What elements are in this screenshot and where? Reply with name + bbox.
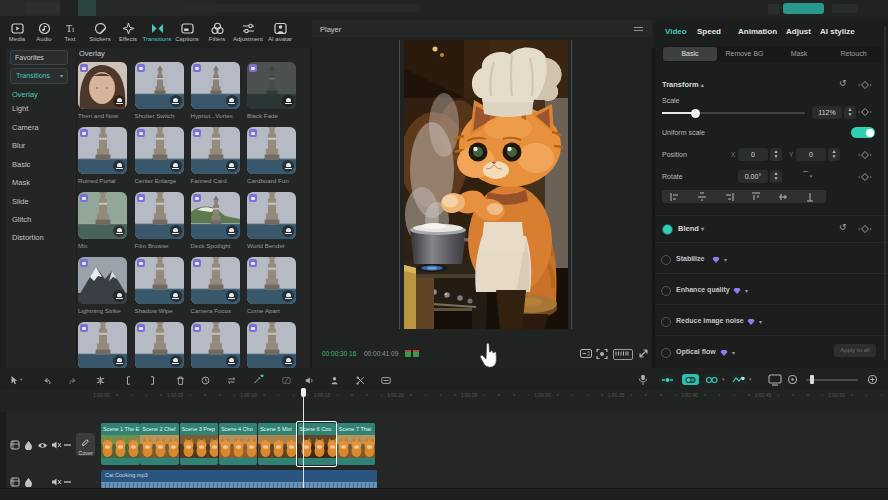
svg-text:I: I <box>72 26 75 34</box>
